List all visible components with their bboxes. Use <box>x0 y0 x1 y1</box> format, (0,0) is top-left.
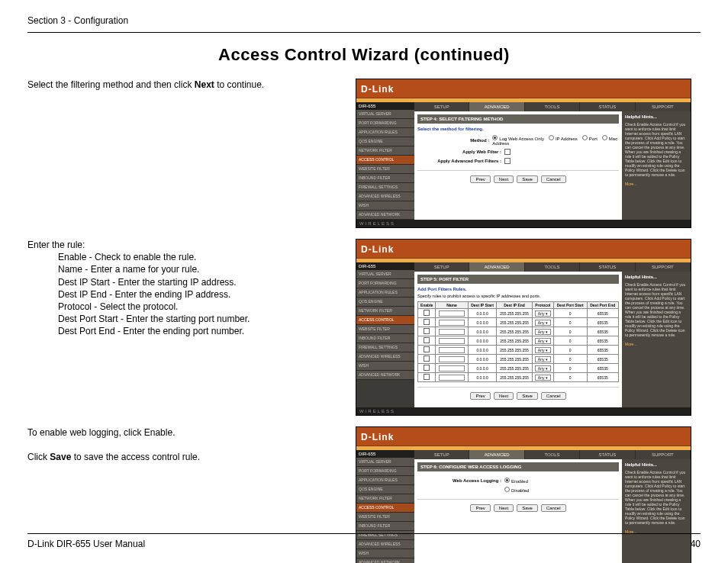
method-radio[interactable] <box>602 135 607 140</box>
sidebar-item[interactable]: WEBSITE FILTER <box>356 325 414 334</box>
logging-enabled-radio[interactable] <box>504 478 510 483</box>
nav-tab[interactable]: SETUP <box>414 102 469 111</box>
nav-tab[interactable]: STATUS <box>580 450 635 459</box>
sidebar-item[interactable]: FIREWALL SETTINGS <box>356 343 414 352</box>
logging-disabled-radio[interactable] <box>504 487 510 492</box>
row-name-input[interactable] <box>439 329 465 335</box>
row-protocol-select[interactable]: Any ▾ <box>535 320 551 326</box>
row-step4: Select the filtering method and then cli… <box>27 79 701 228</box>
row-protocol-select[interactable]: Any ▾ <box>535 375 551 381</box>
row-protocol-select[interactable]: Any ▾ <box>535 329 551 335</box>
sidebar-item[interactable]: WISH <box>356 201 414 211</box>
sidebar-item[interactable]: WEBSITE FILTER <box>356 165 414 174</box>
prev-button[interactable]: Prev <box>470 504 490 512</box>
row-enable-checkbox[interactable] <box>424 337 430 343</box>
row-name-input[interactable] <box>439 347 465 353</box>
section-header: Section 3 - Configuration <box>27 15 701 27</box>
nav-tab[interactable]: SUPPORT <box>636 262 691 272</box>
row-name-input[interactable] <box>439 320 465 326</box>
nav-tab[interactable]: TOOLS <box>525 262 580 272</box>
row-name-input[interactable] <box>439 375 465 381</box>
sidebar-item[interactable]: FIREWALL SETTINGS <box>356 183 414 192</box>
apply-web-filter-checkbox[interactable] <box>504 149 511 155</box>
row-protocol-select[interactable]: Any ▾ <box>535 356 551 362</box>
sidebar-item[interactable]: ACCESS CONTROL <box>356 316 414 325</box>
sidebar-item[interactable]: NETWORK FILTER <box>356 307 414 316</box>
method-radio[interactable] <box>549 135 554 140</box>
sidebar-item[interactable]: PORT FORWARDING <box>356 279 414 288</box>
help-more-link[interactable]: More... <box>625 182 637 186</box>
sidebar-item[interactable]: INBOUND FILTER <box>356 174 414 183</box>
nav-tab[interactable]: ADVANCED <box>469 450 524 459</box>
sidebar-item[interactable]: ADVANCED NETWORK <box>356 211 414 220</box>
method-radio[interactable] <box>582 135 588 140</box>
sidebar-item[interactable]: APPLICATION RULES <box>356 288 414 298</box>
sidebar-item[interactable]: VIRTUAL SERVER <box>356 270 414 279</box>
sidebar-item[interactable]: ADVANCED WIRELESS <box>356 192 414 201</box>
sidebar-item[interactable]: VIRTUAL SERVER <box>356 458 414 467</box>
row-protocol-select[interactable]: Any ▾ <box>535 347 551 353</box>
save-button[interactable]: Save <box>517 392 538 400</box>
cancel-button[interactable]: Cancel <box>541 175 566 183</box>
row-enable-checkbox[interactable] <box>424 328 430 334</box>
row-enable-checkbox[interactable] <box>424 374 430 380</box>
cancel-button[interactable]: Cancel <box>541 504 566 512</box>
nav-tab[interactable]: TOOLS <box>525 102 580 111</box>
sidebar-item[interactable]: QOS ENGINE <box>356 485 414 494</box>
nav-tab[interactable]: TOOLS <box>525 450 580 459</box>
row-name-input[interactable] <box>439 310 465 317</box>
sidebar-item[interactable]: QOS ENGINE <box>356 137 414 146</box>
row-enable-checkbox[interactable] <box>424 355 430 362</box>
nav-tab[interactable]: STATUS <box>580 262 635 272</box>
nav-tab[interactable]: ADVANCED <box>469 102 524 111</box>
prev-button[interactable]: Prev <box>470 392 490 400</box>
row-enable-checkbox[interactable] <box>424 346 430 352</box>
sidebar-item[interactable]: ACCESS CONTROL <box>356 156 414 165</box>
sidebar-item[interactable]: NETWORK FILTER <box>356 146 414 156</box>
sidebar-item[interactable]: APPLICATION RULES <box>356 476 414 485</box>
save-button[interactable]: Save <box>517 175 538 183</box>
row-protocol-select[interactable]: Any ▾ <box>535 365 551 372</box>
next-button[interactable]: Next <box>494 175 514 183</box>
row-enable-checkbox[interactable] <box>424 319 430 325</box>
sidebar-item[interactable]: APPLICATION RULES <box>356 128 414 137</box>
sidebar-item[interactable]: ACCESS CONTROL <box>356 503 414 513</box>
sidebar-item[interactable]: PORT FORWARDING <box>356 467 414 476</box>
nav-tab[interactable]: SETUP <box>414 262 469 272</box>
sidebar-item[interactable]: WEBSITE FILTER <box>356 513 414 522</box>
cancel-button[interactable]: Cancel <box>541 392 566 400</box>
sidebar-item[interactable]: ADVANCED WIRELESS <box>356 352 414 362</box>
step-header: STEP 4: SELECT FILTERING METHOD <box>417 114 619 124</box>
sidebar-item[interactable]: VIRTUAL SERVER <box>356 110 414 119</box>
row-protocol-select[interactable]: Any ▾ <box>535 310 551 317</box>
table-row: 0.0.0.0255.255.255.255Any ▾065535 <box>418 355 619 364</box>
sidebar-item[interactable]: INBOUND FILTER <box>356 334 414 343</box>
sidebar-item[interactable]: ADVANCED NETWORK <box>356 371 414 380</box>
save-button[interactable]: Save <box>517 504 538 512</box>
sidebar-item[interactable]: WISH <box>356 362 414 371</box>
sidebar-item[interactable]: INBOUND FILTER <box>356 522 414 531</box>
row-enable-checkbox[interactable] <box>424 310 430 316</box>
nav-tab[interactable]: STATUS <box>580 102 635 111</box>
nav-tab[interactable]: SUPPORT <box>636 102 691 111</box>
method-radio[interactable] <box>492 135 498 140</box>
sidebar-item[interactable]: PORT FORWARDING <box>356 119 414 128</box>
sidebar-item[interactable]: ADVANCED NETWORK <box>356 558 414 563</box>
sidebar-item[interactable]: WISH <box>356 549 414 558</box>
sidebar-item[interactable]: QOS ENGINE <box>356 298 414 307</box>
sidebar-item[interactable]: NETWORK FILTER <box>356 494 414 503</box>
nav-tab[interactable]: ADVANCED <box>469 262 524 272</box>
nav-tab[interactable]: SETUP <box>414 450 469 459</box>
row-name-input[interactable] <box>439 365 465 372</box>
row-protocol-select[interactable]: Any ▾ <box>535 338 551 344</box>
row-name-input[interactable] <box>439 338 465 344</box>
brand-logo: D-Link <box>361 84 394 95</box>
prev-button[interactable]: Prev <box>470 175 490 183</box>
row-name-input[interactable] <box>439 356 465 362</box>
next-button[interactable]: Next <box>494 504 514 512</box>
nav-tab[interactable]: SUPPORT <box>636 450 691 459</box>
help-more-link[interactable]: More... <box>625 342 637 346</box>
apply-port-filter-checkbox[interactable] <box>504 158 511 164</box>
next-button[interactable]: Next <box>494 392 514 400</box>
row-enable-checkbox[interactable] <box>424 365 430 371</box>
